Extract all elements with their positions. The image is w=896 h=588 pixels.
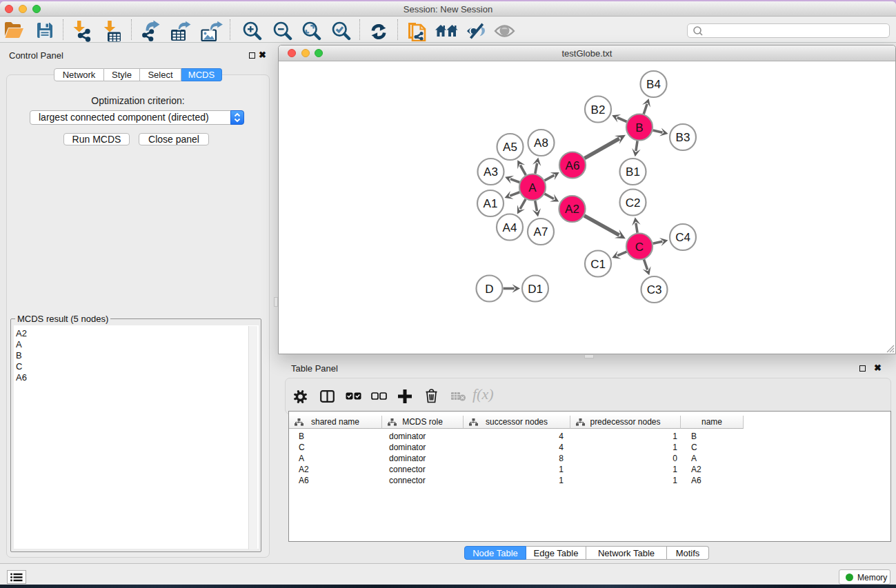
svg-text:B1: B1 — [626, 165, 640, 179]
svg-text:B: B — [635, 121, 643, 134]
svg-text:B4: B4 — [646, 78, 661, 91]
svg-text:A3: A3 — [484, 165, 498, 179]
svg-text:A: A — [528, 181, 537, 194]
svg-text:A6: A6 — [566, 159, 580, 172]
svg-text:C2: C2 — [626, 196, 641, 210]
svg-text:C3: C3 — [647, 283, 662, 296]
svg-text:D1: D1 — [528, 283, 543, 296]
svg-text:C: C — [635, 241, 644, 254]
svg-text:A4: A4 — [503, 221, 517, 234]
svg-text:A7: A7 — [534, 225, 548, 239]
svg-text:A1: A1 — [484, 197, 498, 210]
svg-text:D: D — [485, 283, 493, 296]
svg-text:C1: C1 — [590, 258, 606, 271]
svg-text:A8: A8 — [534, 136, 548, 150]
svg-text:B3: B3 — [676, 131, 690, 144]
svg-text:B2: B2 — [591, 103, 606, 116]
svg-text:C4: C4 — [675, 231, 690, 244]
svg-text:A5: A5 — [503, 141, 517, 154]
svg-text:A2: A2 — [565, 203, 579, 216]
